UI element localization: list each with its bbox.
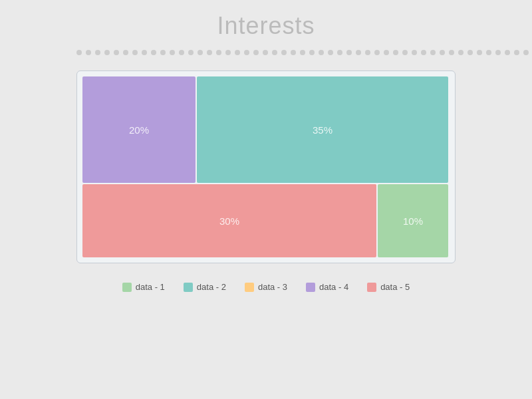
dot xyxy=(430,50,436,55)
dot xyxy=(170,50,175,55)
dot xyxy=(160,50,166,55)
treemap-cell-data4[interactable]: 20% xyxy=(82,76,196,183)
legend-swatch-data-2 xyxy=(184,283,193,292)
dot xyxy=(505,50,510,55)
dot xyxy=(486,50,491,55)
dot xyxy=(495,50,501,55)
dot xyxy=(356,50,361,55)
dot xyxy=(300,50,305,55)
dot xyxy=(188,50,194,55)
legend-item-data-1: data - 1 xyxy=(122,282,165,292)
legend-label-data-1: data - 1 xyxy=(136,282,165,292)
treemap-chart: 20% 35% 5% 10% 30% xyxy=(76,70,456,263)
dot xyxy=(216,50,221,55)
dot xyxy=(412,50,417,55)
dot xyxy=(281,50,287,55)
treemap-canvas: 20% 35% 5% 10% 30% xyxy=(82,76,450,257)
treemap-cell-data5[interactable]: 30% xyxy=(82,184,376,257)
legend-label-data-5: data - 5 xyxy=(380,282,410,292)
treemap-cell-data1[interactable]: 10% xyxy=(378,184,448,257)
cell-label-4: 20% xyxy=(129,124,149,136)
dotted-divider xyxy=(76,49,456,56)
legend-swatch-data-3 xyxy=(245,283,254,292)
dot xyxy=(449,50,454,55)
dot xyxy=(142,50,147,55)
dot xyxy=(207,50,212,55)
dot xyxy=(440,50,445,55)
dot xyxy=(337,50,342,55)
dot xyxy=(151,50,156,55)
dot xyxy=(523,50,529,55)
legend-item-data-5: data - 5 xyxy=(367,282,410,292)
dot xyxy=(291,50,296,55)
dot xyxy=(235,50,240,55)
dot xyxy=(179,50,184,55)
dot xyxy=(244,50,249,55)
dot xyxy=(514,50,519,55)
dot xyxy=(402,50,408,55)
chart-legend: data - 1data - 2data - 3data - 4data - 5 xyxy=(122,282,410,292)
dot xyxy=(198,50,203,55)
legend-item-data-4: data - 4 xyxy=(306,282,348,292)
dot xyxy=(477,50,482,55)
dot xyxy=(132,50,138,55)
dot xyxy=(309,50,315,55)
dot xyxy=(114,50,119,55)
cell-label-5: 30% xyxy=(219,215,239,227)
dot xyxy=(76,50,82,55)
dot xyxy=(263,50,268,55)
legend-item-data-3: data - 3 xyxy=(245,282,287,292)
legend-swatch-data-5 xyxy=(367,283,376,292)
dot xyxy=(458,50,464,55)
legend-item-data-2: data - 2 xyxy=(184,282,226,292)
legend-label-data-3: data - 3 xyxy=(258,282,287,292)
dot xyxy=(225,50,231,55)
dot xyxy=(384,50,389,55)
cell-label-1: 10% xyxy=(403,215,423,227)
legend-swatch-data-4 xyxy=(306,283,315,292)
dot xyxy=(374,50,380,55)
dot xyxy=(365,50,370,55)
cell-label-2: 35% xyxy=(313,124,332,136)
dot xyxy=(319,50,324,55)
treemap-cell-data2[interactable]: 35% xyxy=(197,76,448,183)
dot xyxy=(104,50,110,55)
legend-swatch-data-1 xyxy=(122,283,132,292)
dot xyxy=(272,50,277,55)
dot xyxy=(95,50,100,55)
legend-label-data-4: data - 4 xyxy=(319,282,348,292)
dot xyxy=(467,50,473,55)
dot xyxy=(421,50,426,55)
dot xyxy=(86,50,91,55)
dot xyxy=(393,50,398,55)
page-title: Interests xyxy=(217,12,315,40)
dot xyxy=(253,50,259,55)
dot xyxy=(328,50,333,55)
dot xyxy=(346,50,352,55)
legend-label-data-2: data - 2 xyxy=(197,282,226,292)
dot xyxy=(123,50,128,55)
